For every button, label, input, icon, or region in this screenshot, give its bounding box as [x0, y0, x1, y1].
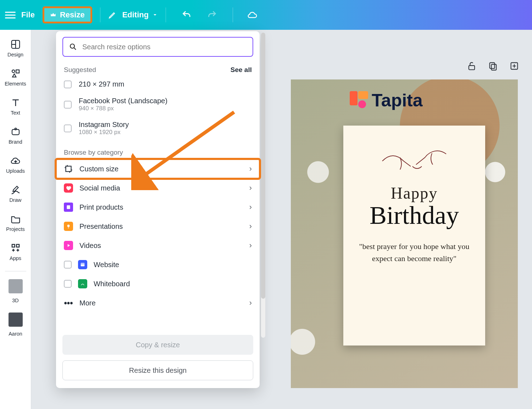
rail-uploads[interactable]: Uploads	[3, 153, 28, 179]
see-all-link[interactable]: See all	[231, 66, 252, 74]
rail-label: Uploads	[6, 168, 25, 174]
brand-icon	[10, 126, 21, 137]
rail-app-3d[interactable]: 3D	[3, 278, 28, 308]
rail-text[interactable]: Text	[3, 94, 28, 121]
more-icon: •••	[64, 298, 73, 308]
card-quote: "best prayer for you hope what you expec…	[353, 241, 475, 265]
chevron-right-icon: ›	[249, 183, 252, 193]
checkbox[interactable]	[64, 261, 72, 269]
svg-rect-8	[66, 166, 71, 171]
category-label: Website	[94, 261, 119, 269]
category-label: Social media	[79, 184, 120, 192]
greeting-card[interactable]: Happy Birthday "best prayer for you hope…	[343, 126, 485, 346]
chevron-right-icon: ›	[249, 203, 252, 212]
redo-button[interactable]	[207, 10, 217, 20]
pencil-icon	[108, 11, 117, 19]
hamburger-menu-icon[interactable]	[5, 10, 16, 20]
option-title: 210 × 297 mm	[79, 80, 124, 88]
category-social-media[interactable]: Social media ›	[56, 178, 260, 198]
rail-label: Draw	[10, 197, 22, 203]
resize-dropdown-panel: Suggested See all 210 × 297 mm Facebook …	[56, 31, 260, 388]
category-print-products[interactable]: Print products ›	[56, 198, 260, 217]
canvas-quick-actions	[467, 61, 519, 71]
undo-button[interactable]	[182, 10, 192, 20]
suggested-option-facebook[interactable]: Facebook Post (Landscape) 940 × 788 px	[56, 93, 260, 116]
print-icon	[64, 203, 73, 212]
custom-size-icon	[64, 164, 73, 173]
resize-search-input[interactable]	[82, 43, 247, 51]
category-label: Presentations	[79, 222, 123, 231]
category-website[interactable]: Website	[56, 255, 260, 274]
category-label: Print products	[79, 203, 123, 211]
chevron-right-icon: ›	[249, 241, 252, 250]
copy-and-resize-button[interactable]: Copy & resize	[62, 335, 253, 355]
hands-illustration-icon	[379, 140, 450, 179]
design-canvas[interactable]: Tapita Happy Birthday "best prayer for y…	[291, 79, 518, 388]
rail-brand[interactable]: Brand	[3, 123, 28, 150]
resize-button[interactable]: Resize	[43, 6, 92, 23]
whiteboard-icon	[78, 279, 87, 288]
rail-draw[interactable]: Draw	[3, 182, 28, 208]
svg-point-4	[15, 128, 16, 130]
option-subtitle: 940 × 788 px	[79, 105, 167, 112]
cloud-upload-icon	[10, 155, 21, 166]
chevron-right-icon: ›	[249, 298, 252, 308]
checkbox[interactable]	[64, 101, 72, 109]
rail-apps[interactable]: Apps	[3, 240, 28, 266]
category-whiteboard[interactable]: Whiteboard	[56, 274, 260, 293]
editing-mode-dropdown[interactable]: Editing	[122, 10, 158, 20]
option-subtitle: 1080 × 1920 px	[79, 129, 129, 136]
video-icon	[64, 241, 73, 250]
checkbox[interactable]	[64, 125, 72, 132]
cloud-sync-icon[interactable]	[247, 10, 258, 20]
svg-rect-5	[12, 244, 15, 247]
suggested-heading: Suggested	[64, 66, 96, 74]
add-page-icon[interactable]	[509, 61, 519, 71]
svg-rect-14	[490, 63, 495, 68]
file-menu[interactable]: File	[21, 10, 35, 20]
crown-icon	[50, 12, 56, 18]
rail-projects[interactable]: Projects	[3, 211, 28, 237]
folder-icon	[10, 214, 21, 224]
chevron-right-icon: ›	[249, 164, 252, 173]
suggested-option-a4[interactable]: 210 × 297 mm	[56, 76, 260, 93]
svg-point-7	[70, 44, 74, 48]
editing-label: Editing	[122, 10, 149, 20]
category-more[interactable]: ••• More ›	[56, 293, 260, 313]
rail-elements[interactable]: Elements	[3, 65, 28, 92]
category-custom-size[interactable]: Custom size ›	[56, 159, 260, 178]
category-label: Custom size	[79, 165, 118, 173]
resize-search-field[interactable]	[62, 37, 253, 57]
rail-label: Projects	[6, 226, 24, 232]
category-presentations[interactable]: Presentations ›	[56, 217, 260, 236]
rail-label: Apps	[10, 255, 21, 261]
draw-icon	[10, 184, 21, 195]
resize-this-design-button[interactable]: Resize this design	[62, 360, 253, 380]
presentation-icon	[64, 222, 73, 231]
checkbox[interactable]	[64, 81, 72, 88]
search-icon	[69, 43, 77, 51]
checkbox[interactable]	[64, 280, 72, 288]
rail-label: Aaron	[9, 331, 22, 337]
toolbar-divider	[100, 7, 100, 22]
svg-rect-13	[469, 66, 475, 70]
rail-design[interactable]: Design	[3, 36, 28, 62]
option-title: Instagram Story	[79, 121, 129, 129]
website-icon	[78, 260, 87, 269]
toolbar-divider	[166, 7, 166, 22]
app-thumbnail	[9, 279, 23, 293]
svg-point-10	[67, 225, 70, 227]
top-toolbar: File Resize Editing	[0, 0, 532, 30]
rail-app-aaron[interactable]: Aaron	[3, 311, 28, 342]
chevron-down-icon	[152, 12, 158, 18]
category-videos[interactable]: Videos ›	[56, 236, 260, 255]
svg-rect-11	[81, 263, 85, 266]
unlock-icon[interactable]	[467, 61, 477, 71]
toolbar-divider	[233, 7, 233, 22]
panel-scrollbar-thumb[interactable]	[261, 33, 265, 299]
card-heading-2: Birthday	[353, 204, 475, 227]
suggested-option-instagram[interactable]: Instagram Story 1080 × 1920 px	[56, 116, 260, 140]
option-title: Facebook Post (Landscape)	[79, 97, 167, 105]
category-label: More	[79, 299, 96, 307]
duplicate-page-icon[interactable]	[488, 61, 498, 71]
